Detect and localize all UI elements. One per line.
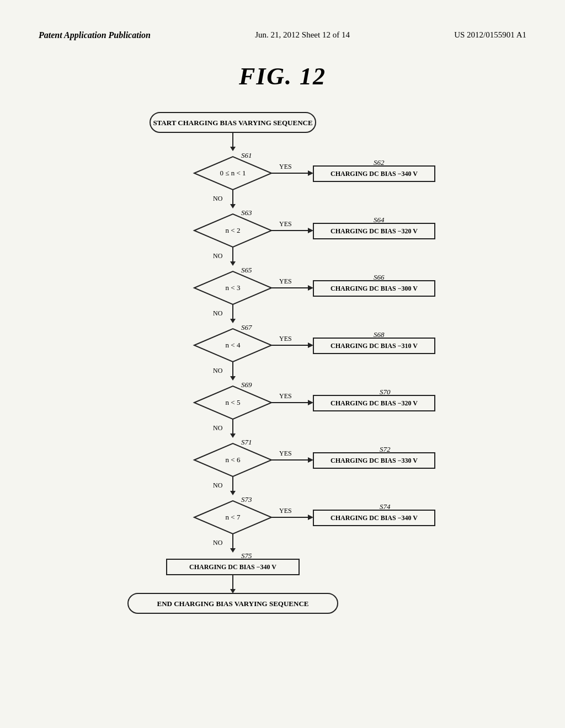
diamond3-label: n < 3 xyxy=(226,283,241,292)
yes6-label: YES xyxy=(279,449,292,457)
svg-marker-26 xyxy=(230,376,236,381)
no6-label: NO xyxy=(213,481,223,489)
diamond7-label: n < 7 xyxy=(226,513,241,521)
flowchart-svg: START CHARGING BIAS VARYING SEQUENCE S61… xyxy=(73,107,492,675)
start-label: START CHARGING BIAS VARYING SEQUENCE xyxy=(153,119,312,127)
svg-marker-41 xyxy=(308,515,313,520)
yes3-label: YES xyxy=(279,277,292,285)
svg-marker-47 xyxy=(230,589,236,593)
s64-label: S64 xyxy=(374,216,385,224)
end-label: END CHARGING BIAS VARYING SEQUENCE xyxy=(157,599,308,608)
no3-label: NO xyxy=(213,309,223,317)
svg-marker-32 xyxy=(230,433,236,438)
process1-label: CHARGING DC BIAS −340 V xyxy=(331,170,418,178)
s71-label: S71 xyxy=(241,438,252,446)
diamond6-label: n < 6 xyxy=(226,456,241,464)
s69-label: S69 xyxy=(241,381,252,389)
no5-label: NO xyxy=(213,424,223,432)
page: Patent Application Publication Jun. 21, … xyxy=(0,0,565,728)
figure-title: FIG. 12 xyxy=(0,62,565,90)
s74-label: S74 xyxy=(380,502,391,511)
s72-label: S72 xyxy=(380,445,391,453)
yes2-label: YES xyxy=(279,220,292,228)
svg-marker-38 xyxy=(230,491,236,495)
no7-label: NO xyxy=(213,539,223,547)
page-header: Patent Application Publication Jun. 21, … xyxy=(0,0,565,51)
svg-marker-11 xyxy=(308,228,313,233)
s68-label: S68 xyxy=(374,330,385,339)
s62-label: S62 xyxy=(374,158,385,167)
svg-marker-20 xyxy=(230,319,236,323)
svg-marker-23 xyxy=(308,342,313,348)
no2-label: NO xyxy=(213,252,223,260)
process4-label: CHARGING DC BIAS −310 V xyxy=(331,342,418,350)
no4-label: NO xyxy=(213,367,223,374)
no1-label: NO xyxy=(213,195,223,202)
s66-label: S66 xyxy=(374,273,385,281)
diamond2-label: n < 2 xyxy=(226,226,241,234)
s65-label: S65 xyxy=(241,266,252,274)
header-patent-number: US 2012/0155901 A1 xyxy=(454,30,526,40)
date-sheet-text: Jun. 21, 2012 Sheet 12 of 14 xyxy=(255,30,350,39)
diamond5-label: n < 5 xyxy=(226,398,241,406)
process-final-label: CHARGING DC BIAS −340 V xyxy=(189,563,276,571)
svg-marker-17 xyxy=(308,285,313,291)
yes1-label: YES xyxy=(279,163,292,170)
svg-marker-14 xyxy=(230,261,236,266)
svg-marker-44 xyxy=(230,548,236,553)
process6-label: CHARGING DC BIAS −330 V xyxy=(331,457,418,464)
s70-label: S70 xyxy=(380,388,391,396)
flowchart-container: START CHARGING BIAS VARYING SEQUENCE S61… xyxy=(0,107,565,675)
publication-text: Patent Application Publication xyxy=(39,30,151,40)
yes7-label: YES xyxy=(279,507,292,515)
header-publication-label: Patent Application Publication xyxy=(39,30,151,40)
process5-label: CHARGING DC BIAS −320 V xyxy=(331,399,418,407)
s75-label: S75 xyxy=(241,552,252,560)
s63-label: S63 xyxy=(241,208,252,217)
yes5-label: YES xyxy=(279,392,292,400)
diamond1-label: 0 ≤ n < 1 xyxy=(220,169,246,177)
patent-number-text: US 2012/0155901 A1 xyxy=(454,30,526,39)
yes4-label: YES xyxy=(279,335,292,342)
diamond4-label: n < 4 xyxy=(226,341,241,349)
s73-label: S73 xyxy=(241,495,252,504)
process7-label: CHARGING DC BIAS −340 V xyxy=(331,514,418,522)
process3-label: CHARGING DC BIAS −300 V xyxy=(331,285,418,292)
header-date-sheet: Jun. 21, 2012 Sheet 12 of 14 xyxy=(255,30,350,40)
svg-marker-8 xyxy=(230,204,236,208)
s67-label: S67 xyxy=(241,323,252,331)
svg-marker-5 xyxy=(308,170,313,176)
s61-label: S61 xyxy=(241,151,252,159)
svg-marker-2 xyxy=(230,147,236,151)
svg-marker-29 xyxy=(308,400,313,405)
svg-marker-35 xyxy=(308,457,313,463)
process2-label: CHARGING DC BIAS −320 V xyxy=(331,227,418,235)
